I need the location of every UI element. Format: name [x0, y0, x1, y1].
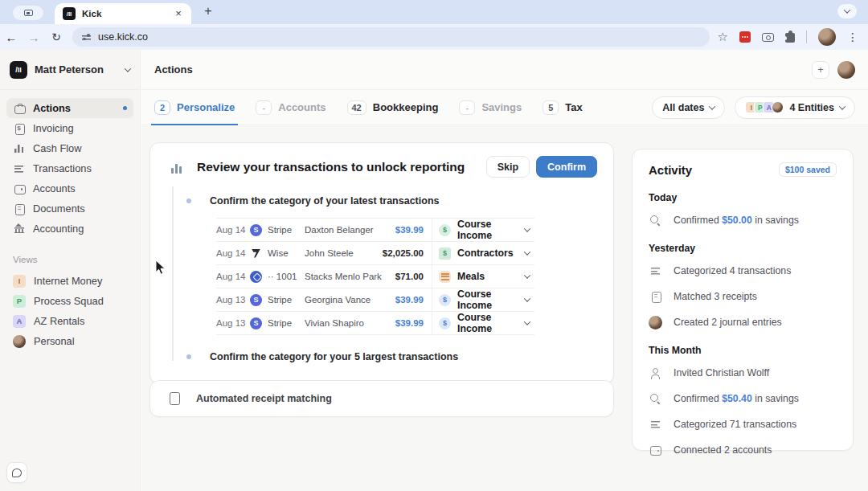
tab-label: Accounts: [278, 101, 326, 113]
tab-label: Bookkeeping: [373, 101, 439, 113]
transaction-payee: Vivian Shapiro: [305, 318, 382, 328]
sidebar-item-transactions[interactable]: Transactions: [6, 158, 133, 178]
sidebar-view-process-squad[interactable]: P Process Squad: [6, 291, 133, 311]
browser-tab-strip: /II Kick × +: [0, 0, 868, 24]
extensions-puzzle-icon[interactable]: [785, 33, 795, 43]
sidebar-item-accounting[interactable]: Accounting: [6, 219, 133, 239]
sidebar-item-cash-flow[interactable]: Cash Flow: [6, 138, 133, 158]
new-tab-button[interactable]: +: [201, 4, 215, 18]
browser-menu-icon[interactable]: ⋮: [847, 31, 858, 43]
activity-text: Invited Christian Wolff: [674, 367, 769, 378]
date-filter-label: All dates: [662, 102, 704, 113]
accounts-icon: [13, 182, 25, 194]
activity-panel: Activity $100 saved Today Confirmed $50.…: [632, 149, 854, 451]
transaction-amount: $39.99: [382, 318, 432, 328]
receipt-matching-card[interactable]: Automated receipt matching: [149, 380, 614, 417]
list-icon: [649, 264, 662, 278]
category-select[interactable]: Course Income: [432, 288, 534, 311]
tab-list-chevron-button[interactable]: [837, 4, 857, 18]
url-bar[interactable]: use.kick.co: [72, 27, 710, 47]
toolbar-divider: [806, 31, 807, 43]
transaction-row: Aug 13 Stripe Vivian Shapiro $39.99 Cour…: [216, 312, 534, 335]
category-select[interactable]: Contractors: [432, 242, 534, 264]
tab-close-icon[interactable]: ×: [172, 7, 185, 20]
transaction-row: Aug 14 Wise John Steele $2,025.00 Contra…: [216, 242, 534, 265]
add-button[interactable]: +: [812, 61, 829, 79]
sidebar-view-az-rentals[interactable]: A AZ Rentals: [6, 311, 133, 331]
skip-button[interactable]: Skip: [486, 156, 530, 178]
sidebar-item-documents[interactable]: Documents: [6, 198, 133, 219]
support-chat-button[interactable]: [6, 462, 27, 483]
activity-text: Created 2 journal entries: [674, 317, 782, 328]
browser-tab[interactable]: /II Kick ×: [55, 3, 191, 24]
savings-badge: $100 saved: [779, 162, 837, 177]
activity-text: Connected 2 accounts: [674, 444, 772, 456]
sidebar-item-accounts[interactable]: Accounts: [6, 178, 133, 198]
category-icon: [439, 224, 451, 236]
category-select[interactable]: Meals: [432, 265, 534, 288]
sidebar-item-invoicing[interactable]: Invoicing: [6, 118, 133, 138]
transaction-payee: John Steele: [305, 248, 382, 258]
sidebar-item-actions[interactable]: Actions: [6, 98, 133, 118]
activity-text: Confirmed: [674, 215, 722, 226]
tab-label: Personalize: [177, 101, 235, 113]
entity-badge: I: [13, 275, 26, 288]
transactions-table: Aug 14 Stripe Daxton Belanger $39.99 Cou…: [216, 218, 534, 335]
entities-filter-button[interactable]: I P A 4 Entities: [735, 96, 855, 119]
chevron-down-icon: [524, 295, 530, 301]
tab-search-button[interactable]: [13, 6, 43, 20]
url-text: use.kick.co: [98, 31, 148, 43]
tab-count-badge: 2: [154, 100, 170, 115]
category-select[interactable]: Course Income: [432, 219, 534, 241]
category-label: Contractors: [457, 248, 525, 259]
forward-button[interactable]: →: [23, 31, 45, 44]
tab-count-badge: 5: [542, 100, 559, 115]
camera-extension-icon[interactable]: [762, 33, 774, 42]
tab-accounts[interactable]: - Accounts: [256, 90, 326, 125]
tab-label: Tax: [565, 101, 582, 113]
activity-item: Connected 2 accounts: [649, 443, 837, 457]
category-icon: [439, 271, 451, 283]
entities-filter-label: 4 Entities: [789, 102, 834, 113]
page-title: Actions: [154, 63, 193, 76]
card-title: Review your transactions to unlock repor…: [197, 160, 486, 174]
site-settings-icon[interactable]: [82, 34, 91, 41]
entity-badge-stack: I P A: [745, 101, 784, 113]
browser-profile-avatar[interactable]: [818, 28, 836, 46]
tab-search-icon: [24, 10, 33, 16]
transaction-amount: $39.99: [382, 225, 432, 235]
wallet-icon: [649, 444, 662, 457]
bookmark-star-icon[interactable]: ☆: [718, 30, 728, 44]
sidebar-view-internet-money[interactable]: I Internet Money: [6, 271, 133, 291]
chevron-down-icon: [125, 65, 131, 72]
magnifier-icon: [649, 214, 662, 227]
workspace-switcher[interactable]: /II Matt Peterson: [0, 50, 140, 90]
tab-bookkeeping[interactable]: 42 Bookkeeping: [347, 90, 439, 125]
category-label: Meals: [457, 271, 525, 282]
activity-text: Matched 3 receipts: [674, 291, 757, 302]
tab-tax[interactable]: 5 Tax: [542, 90, 582, 125]
user-avatar[interactable]: [837, 61, 855, 79]
category-icon: [439, 248, 451, 260]
extension-icon[interactable]: [739, 31, 751, 43]
activity-item: Invited Christian Wolff: [649, 366, 837, 380]
activity-text: Confirmed: [674, 393, 722, 404]
activity-amount: $50.40: [722, 393, 752, 404]
tab-title: Kick: [82, 9, 172, 18]
mouse-cursor: [155, 260, 166, 276]
reload-button[interactable]: ↻: [45, 31, 68, 43]
tab-count-badge: -: [459, 100, 475, 115]
sidebar-item-label: Actions: [33, 102, 71, 114]
sidebar-view-personal[interactable]: Personal: [6, 331, 133, 351]
stripe-icon: [250, 317, 262, 329]
cash-flow-icon: [13, 142, 25, 154]
tab-personalize[interactable]: 2 Personalize: [154, 90, 235, 125]
confirm-button[interactable]: Confirm: [536, 156, 597, 178]
category-select[interactable]: Course Income: [432, 312, 534, 334]
back-button[interactable]: ←: [0, 31, 23, 44]
sidebar-item-label: Accounting: [33, 223, 84, 235]
activity-item: Categorized 71 transactions: [649, 417, 837, 432]
date-filter-button[interactable]: All dates: [652, 96, 725, 119]
chevron-down-icon: [524, 318, 530, 325]
tab-savings[interactable]: - Savings: [459, 90, 522, 125]
